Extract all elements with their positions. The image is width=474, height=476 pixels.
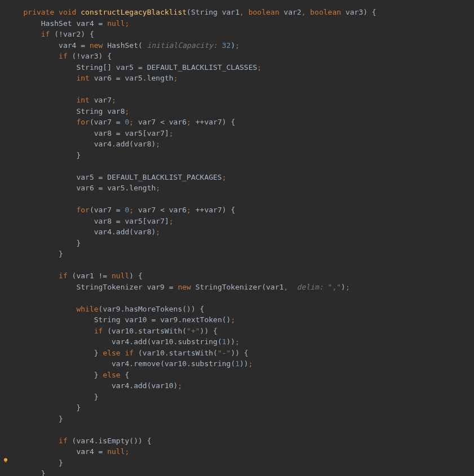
code-line: var6 = var5.length; <box>10 184 160 192</box>
code-line: if (var10.startsWith("+")) { <box>10 327 218 335</box>
code-line: for(var7 = 0; var7 < var6; ++var7) { <box>10 206 235 214</box>
svg-rect-1 <box>5 461 7 462</box>
svg-point-0 <box>4 458 7 461</box>
code-line: if (!var3) { <box>10 52 112 60</box>
param-hint: delim: <box>297 283 324 291</box>
intention-bulb-icon[interactable] <box>2 456 9 462</box>
code-line: } else if (var10.startsWith("-")) { <box>10 349 249 357</box>
code-line: var8 = var5[var7]; <box>10 217 174 225</box>
code-line: var4 = null; <box>10 447 129 456</box>
code-line: String[] var5 = DEFAULT_BLACKLIST_CLASSE… <box>10 63 262 72</box>
code-line: String var8; <box>10 107 129 115</box>
code-line: } else { <box>10 371 129 379</box>
code-line: var4.remove(var10.substring(1)); <box>10 359 253 368</box>
code-line: } <box>10 459 63 467</box>
code-line: String var10 = var9.nextToken(); <box>10 315 235 324</box>
code-line: StringTokenizer var9 = new StringTokeniz… <box>10 283 350 291</box>
code-editor[interactable]: private void constructLegacyBlacklist(St… <box>0 7 474 476</box>
code-line: private void constructLegacyBlacklist(St… <box>10 8 376 16</box>
code-line: if (var1 != null) { <box>10 272 143 280</box>
code-line: } <box>10 239 81 247</box>
code-line: } <box>10 469 46 476</box>
code-line: while(var9.hasMoreTokens()) { <box>10 305 204 313</box>
code-line: if (!var2) { <box>10 30 94 38</box>
code-line: } <box>10 250 63 258</box>
code-line: for(var7 = 0; var7 < var6; ++var7) { <box>10 118 235 126</box>
code-line: var4.add(var10.substring(1)); <box>10 337 240 346</box>
code-line: } <box>10 393 99 401</box>
code-line: HashSet var4 = null; <box>10 19 129 28</box>
code-line: int var6 = var5.length; <box>10 74 178 82</box>
code-line: var8 = var5[var7]; <box>10 129 174 137</box>
param-hint: initialCapacity: <box>147 41 218 50</box>
code-line: if (var4.isEmpty()) { <box>10 437 151 445</box>
code-line: var4.add(var10); <box>10 381 182 390</box>
code-line: } <box>10 403 81 412</box>
code-line: var4.add(var8); <box>10 228 160 236</box>
code-line: var4 = new HashSet( initialCapacity: 32)… <box>10 41 240 50</box>
code-line: int var7; <box>10 96 116 104</box>
code-line: } <box>10 151 81 159</box>
code-line: var4.add(var8); <box>10 140 160 148</box>
code-line: var5 = DEFAULT_BLACKLIST_PACKAGES; <box>10 173 227 181</box>
code-line: } <box>10 415 63 423</box>
